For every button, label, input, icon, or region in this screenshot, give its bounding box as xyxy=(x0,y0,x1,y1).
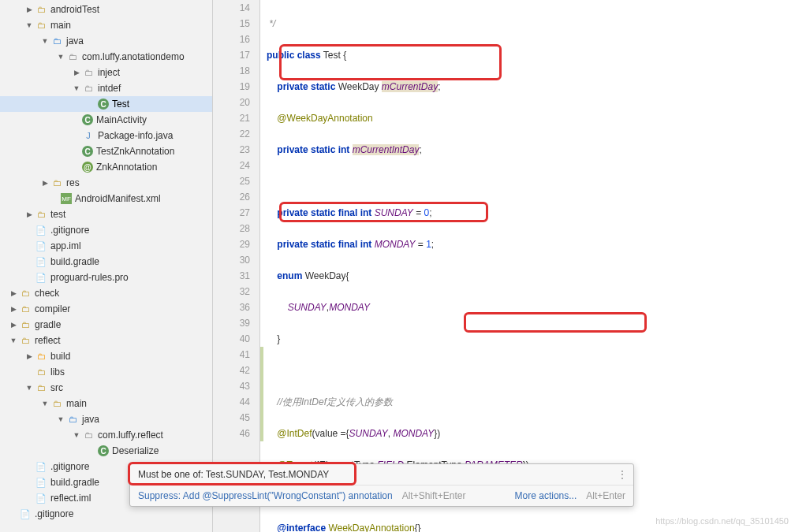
tree-item-compiler[interactable]: 🗀compiler xyxy=(0,301,212,317)
tree-item-intdef[interactable]: 🗀intdef xyxy=(0,80,212,96)
file-icon: 📄 xyxy=(19,508,32,520)
tree-item-build[interactable]: 🗀build xyxy=(0,348,212,364)
package-icon: 🗀 xyxy=(66,50,79,63)
package-icon: 🗀 xyxy=(82,82,95,95)
tree-item-test-folder[interactable]: 🗀test xyxy=(0,206,212,222)
expand-arrow-icon[interactable] xyxy=(9,289,17,297)
tree-item-res[interactable]: 🗀res xyxy=(0,175,212,191)
expand-arrow-icon[interactable] xyxy=(25,210,33,218)
tree-item-znkann[interactable]: @ZnkAnnotation xyxy=(0,159,212,175)
tree-item-packageinfo[interactable]: JPackage-info.java xyxy=(0,128,212,143)
expand-arrow-icon[interactable] xyxy=(25,6,33,13)
tree-item-gitignore3[interactable]: 📄.gitignore xyxy=(0,506,212,522)
file-icon: 📄 xyxy=(35,271,47,284)
collapse-arrow-icon[interactable] xyxy=(73,431,80,439)
gradle-icon: 📄 xyxy=(35,476,47,489)
expand-arrow-icon[interactable] xyxy=(9,305,17,313)
class-icon: C xyxy=(98,445,109,456)
folder-icon: 🗀 xyxy=(50,397,63,410)
collapse-arrow-icon[interactable] xyxy=(25,384,33,392)
collapse-arrow-icon[interactable] xyxy=(57,415,65,423)
line-number-gutter: 1415161718192021222324252627282930313236… xyxy=(213,0,260,532)
gradle-icon: 📄 xyxy=(35,255,47,268)
tree-item-package[interactable]: 🗀com.luffy.anotationdemo xyxy=(0,49,212,65)
tree-item-gradle[interactable]: 🗀gradle xyxy=(0,317,212,333)
package-icon: 🗀 xyxy=(82,66,95,79)
class-icon: C xyxy=(82,146,93,157)
folder-icon: 🗀 xyxy=(66,413,79,426)
collapse-arrow-icon[interactable] xyxy=(73,84,80,92)
collapse-arrow-icon[interactable] xyxy=(57,53,65,61)
expand-arrow-icon[interactable] xyxy=(9,321,17,329)
watermark-text: https://blog.csdn.net/qq_35101450 xyxy=(655,516,789,526)
folder-icon: 🗀 xyxy=(35,366,47,378)
tooltip-menu-icon[interactable]: ⋮ xyxy=(618,469,627,480)
folder-icon: 🗀 xyxy=(35,350,47,363)
class-icon: C xyxy=(98,99,109,110)
tree-item-testznk[interactable]: CTestZnkAnnotation xyxy=(0,143,212,159)
expand-arrow-icon[interactable] xyxy=(73,69,80,76)
file-icon: 📄 xyxy=(35,460,47,473)
tree-item-test-class[interactable]: CTest xyxy=(0,96,212,112)
collapse-arrow-icon[interactable] xyxy=(41,37,49,45)
shortcut-label: Alt+Enter xyxy=(586,490,625,501)
expand-arrow-icon[interactable] xyxy=(25,352,33,360)
tree-item-libs[interactable]: 🗀libs xyxy=(0,364,212,380)
tree-item-reflect[interactable]: 🗀reflect xyxy=(0,333,212,348)
project-tree[interactable]: 🗀androidTest 🗀main 🗀java 🗀com.luffy.anot… xyxy=(0,0,213,532)
tree-item-manifest[interactable]: MFAndroidManifest.xml xyxy=(0,191,212,206)
tree-item-pkg2[interactable]: 🗀com.luffy.reflect xyxy=(0,427,212,443)
code-editor[interactable]: 1415161718192021222324252627282930313236… xyxy=(213,0,795,532)
java-file-icon: J xyxy=(82,129,95,142)
tree-item-inject[interactable]: 🗀inject xyxy=(0,65,212,80)
tree-item-appiml[interactable]: 📄app.iml xyxy=(0,238,212,254)
folder-icon: 🗀 xyxy=(19,303,32,315)
tree-item-src[interactable]: 🗀src xyxy=(0,380,212,396)
folder-icon: 🗀 xyxy=(50,35,63,47)
file-icon: 📄 xyxy=(35,492,47,504)
collapse-arrow-icon[interactable] xyxy=(25,21,33,29)
tree-item-proguard[interactable]: 📄proguard-rules.pro xyxy=(0,270,212,285)
more-actions-link[interactable]: More actions... xyxy=(515,490,577,501)
shortcut-label: Alt+Shift+Enter xyxy=(402,490,466,501)
folder-icon: 🗀 xyxy=(19,334,32,347)
folder-icon: 🗀 xyxy=(35,19,47,32)
class-icon: C xyxy=(82,114,93,125)
folder-icon: 🗀 xyxy=(19,287,32,299)
tree-item-main[interactable]: 🗀main xyxy=(0,17,212,33)
tree-item-androidtest[interactable]: 🗀androidTest xyxy=(0,2,212,17)
package-icon: 🗀 xyxy=(82,429,95,441)
tree-item-mainactivity[interactable]: CMainActivity xyxy=(0,112,212,128)
suppress-link[interactable]: Suppress: Add @SuppressLint("WrongConsta… xyxy=(138,490,393,501)
tree-item-check[interactable]: 🗀check xyxy=(0,285,212,301)
tree-item-main2[interactable]: 🗀main xyxy=(0,396,212,411)
code-content[interactable]: */ public class Test { private static We… xyxy=(260,0,795,532)
collapse-arrow-icon[interactable] xyxy=(41,400,49,407)
collapse-arrow-icon[interactable] xyxy=(9,337,17,344)
folder-icon: 🗀 xyxy=(50,177,63,189)
folder-icon: 🗀 xyxy=(19,318,32,331)
folder-icon: 🗀 xyxy=(35,381,47,394)
manifest-icon: MF xyxy=(61,193,72,204)
tooltip-message: Must be one of: Test.SUNDAY, Test.MONDAY xyxy=(138,469,329,480)
folder-icon: 🗀 xyxy=(35,3,47,16)
annotation-icon: @ xyxy=(82,162,93,173)
tree-item-java2[interactable]: 🗀java xyxy=(0,411,212,427)
file-icon: 📄 xyxy=(35,224,47,236)
tree-item-java[interactable]: 🗀java xyxy=(0,33,212,49)
change-marker xyxy=(260,347,263,441)
expand-arrow-icon[interactable] xyxy=(41,179,49,187)
tree-item-deserialize[interactable]: CDeserialize xyxy=(0,443,212,459)
tree-item-gitignore[interactable]: 📄.gitignore xyxy=(0,222,212,238)
folder-icon: 🗀 xyxy=(35,208,47,221)
file-icon: 📄 xyxy=(35,240,47,252)
tree-item-buildgradle[interactable]: 📄build.gradle xyxy=(0,254,212,270)
inspection-tooltip: Must be one of: Test.SUNDAY, Test.MONDAY… xyxy=(129,463,634,507)
